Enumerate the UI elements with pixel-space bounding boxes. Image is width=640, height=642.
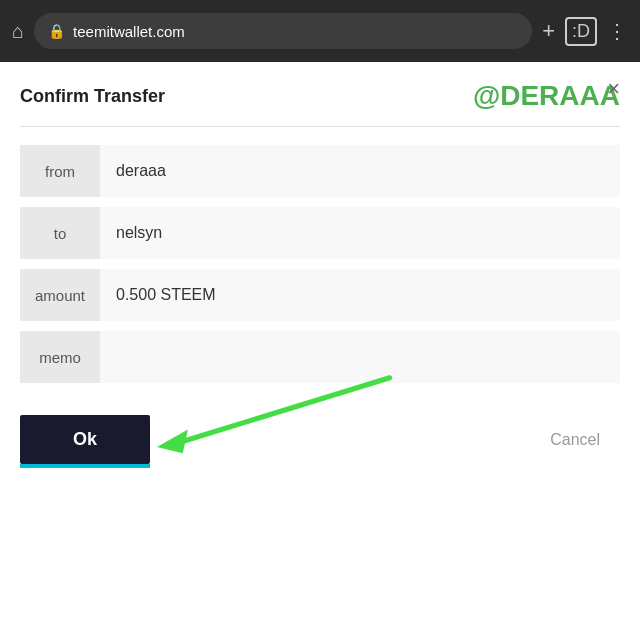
svg-line-0 — [178, 378, 390, 443]
from-value: deraaa — [100, 145, 620, 197]
home-icon[interactable]: ⌂ — [12, 20, 24, 43]
close-button[interactable]: × — [607, 78, 620, 100]
memo-row: memo — [20, 331, 620, 383]
buttons-area: Ok Cancel — [20, 407, 620, 464]
address-bar[interactable]: 🔒 teemitwallet.com — [34, 13, 532, 49]
modal-title: Confirm Transfer — [20, 86, 165, 107]
memo-value — [100, 331, 620, 383]
modal-header: Confirm Transfer @DERAAA × — [20, 80, 620, 127]
lock-icon: 🔒 — [48, 23, 65, 39]
to-label: to — [20, 207, 100, 259]
browser-chrome: ⌂ 🔒 teemitwallet.com + :D ⋮ — [0, 0, 640, 62]
address-text: teemitwallet.com — [73, 23, 185, 40]
amount-value: 0.500 STEEM — [100, 269, 620, 321]
confirm-transfer-modal: Confirm Transfer @DERAAA × from deraaa t… — [0, 62, 640, 488]
page-content: Confirm Transfer @DERAAA × from deraaa t… — [0, 62, 640, 642]
tab-switcher-icon[interactable]: :D — [565, 17, 597, 46]
new-tab-icon[interactable]: + — [542, 18, 555, 44]
from-label: from — [20, 145, 100, 197]
svg-marker-1 — [157, 430, 188, 454]
cancel-button[interactable]: Cancel — [530, 417, 620, 463]
from-row: from deraaa — [20, 145, 620, 197]
to-row: to nelsyn — [20, 207, 620, 259]
to-value: nelsyn — [100, 207, 620, 259]
browser-menu-icon[interactable]: ⋮ — [607, 19, 628, 43]
amount-label: amount — [20, 269, 100, 321]
memo-label: memo — [20, 331, 100, 383]
amount-row: amount 0.500 STEEM — [20, 269, 620, 321]
ok-button[interactable]: Ok — [20, 415, 150, 464]
modal-username: @DERAAA — [473, 80, 620, 112]
